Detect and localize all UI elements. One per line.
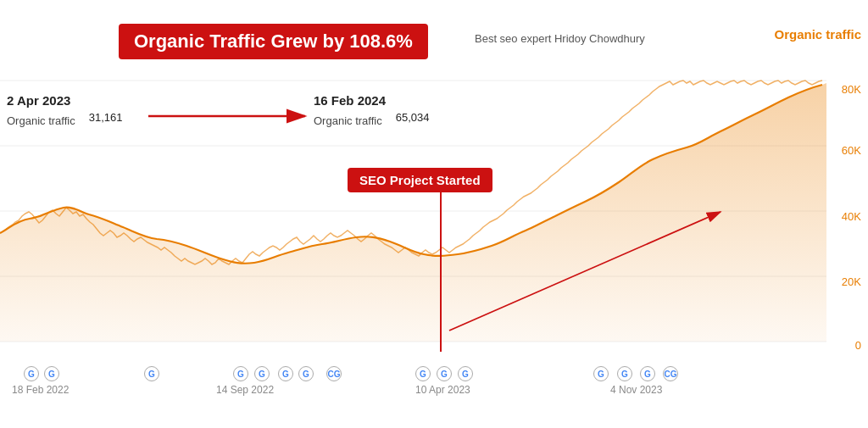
google-icon-2: G — [44, 366, 59, 381]
metric-label-right: Organic traffic — [314, 114, 382, 127]
google-icon-11: G — [458, 366, 473, 381]
date-right: 16 Feb 2024 — [314, 93, 429, 108]
y-label-0: 0 — [855, 339, 861, 352]
metric-value-right: 65,034 — [396, 111, 430, 127]
google-icon-3: G — [144, 366, 159, 381]
seo-start-line — [440, 191, 442, 352]
seo-start-label: SEO Project Started — [348, 168, 492, 192]
google-icon-8: CG — [326, 366, 342, 381]
date-left: 2 Apr 2023 — [7, 93, 122, 108]
google-icon-14: G — [640, 366, 655, 381]
google-icon-13: G — [617, 366, 632, 381]
google-icon-1: G — [24, 366, 39, 381]
chart-legend-label: Organic traffic — [774, 27, 861, 42]
attribution-text: Best seo expert Hridoy Chowdhury — [475, 32, 645, 45]
main-container: Organic Traffic Grew by 108.6% Best seo … — [0, 0, 868, 428]
google-icon-12: G — [593, 366, 609, 381]
google-icon-7: G — [298, 366, 314, 381]
google-icon-6: G — [278, 366, 293, 381]
google-icon-4: G — [233, 366, 248, 381]
comparison-arrow — [148, 103, 318, 129]
metric-value-left: 31,161 — [89, 111, 123, 127]
metric-label-left: Organic traffic — [7, 114, 75, 127]
google-icon-10: G — [437, 366, 452, 381]
data-point-left: 2 Apr 2023 Organic traffic 31,161 — [7, 93, 122, 127]
google-icon-15: CG — [663, 366, 678, 381]
data-point-right: 16 Feb 2024 Organic traffic 65,034 — [314, 93, 429, 127]
google-icon-9: G — [415, 366, 431, 381]
google-icon-5: G — [254, 366, 270, 381]
growth-banner: Organic Traffic Grew by 108.6% — [119, 24, 428, 59]
